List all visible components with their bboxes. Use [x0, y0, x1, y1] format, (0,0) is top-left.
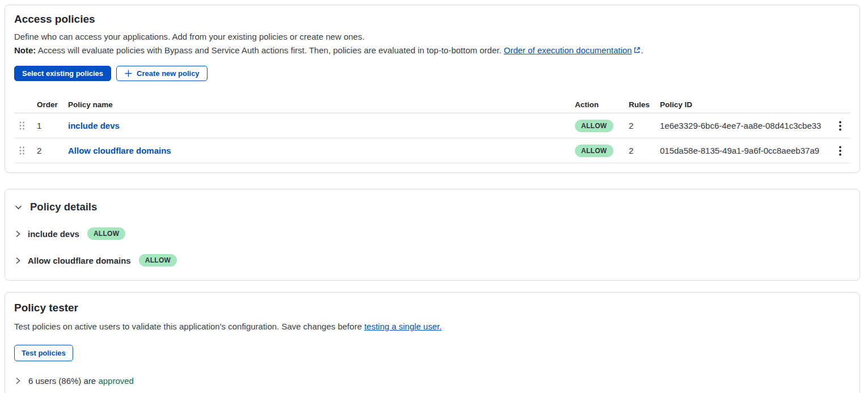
testing-single-user-link[interactable]: testing a single user.	[364, 322, 442, 331]
access-policies-note: Note: Access will evaluate policies with…	[14, 44, 850, 58]
note-label: Note:	[14, 45, 36, 55]
header-policy-name: Policy name	[65, 100, 575, 109]
action-badge: ALLOW	[575, 145, 613, 157]
policy-name-link[interactable]: include devs	[68, 121, 120, 130]
create-new-policy-button[interactable]: Create new policy	[116, 66, 208, 81]
row-order: 1	[33, 121, 65, 130]
policy-detail-name: include devs	[28, 229, 79, 239]
tester-result-approved[interactable]: 6 users (86%) are approved	[14, 376, 850, 386]
row-rules: 2	[623, 121, 660, 130]
row-menu-button[interactable]	[836, 119, 845, 133]
table-row: 2 Allow cloudflare domains ALLOW 2 015da…	[14, 138, 850, 163]
result-text: 6 users (86%) are approved	[28, 376, 134, 386]
select-existing-policies-button[interactable]: Select existing policies	[14, 66, 111, 81]
chevron-right-icon	[14, 377, 22, 384]
tester-description-text: Test policies on active users to validat…	[14, 322, 364, 331]
row-menu-button[interactable]	[836, 143, 845, 158]
policies-table-header: Order Policy name Action Rules Policy ID	[14, 96, 850, 113]
order-of-execution-link[interactable]: Order of execution documentation	[503, 45, 632, 55]
access-policies-title: Access policies	[14, 13, 850, 26]
chevron-right-icon	[14, 257, 22, 264]
header-policy-id: Policy ID	[660, 100, 830, 109]
policy-tester-title: Policy tester	[14, 302, 850, 314]
policy-name-link[interactable]: Allow cloudflare domains	[68, 146, 171, 155]
access-policies-card: Access policies Define who can access yo…	[5, 5, 860, 173]
header-rules: Rules	[623, 100, 660, 109]
note-text: Access will evaluate policies with Bypas…	[36, 45, 503, 55]
policy-tester-card: Policy tester Test policies on active us…	[5, 292, 860, 393]
policy-tester-description: Test policies on active users to validat…	[14, 320, 850, 333]
policy-details-card: Policy details include devs ALLOW Allow …	[5, 189, 860, 281]
result-prefix: 6 users (86%) are	[28, 376, 98, 386]
row-order: 2	[33, 146, 65, 155]
drag-handle-icon[interactable]	[19, 146, 25, 155]
table-row: 1 include devs ALLOW 2 1e6e3329-6bc6-4ee…	[14, 113, 850, 138]
policy-detail-name: Allow cloudflare domains	[28, 256, 131, 265]
policy-detail-item[interactable]: Allow cloudflare domains ALLOW	[14, 254, 850, 267]
policy-details-title: Policy details	[30, 201, 97, 213]
policies-table: Order Policy name Action Rules Policy ID…	[14, 96, 850, 163]
note-suffix: .	[641, 45, 643, 55]
create-new-policy-label: Create new policy	[137, 69, 200, 78]
access-policies-description: Define who can access your applications.…	[14, 30, 850, 44]
policy-details-toggle[interactable]: Policy details	[14, 201, 850, 213]
row-policy-id: 1e6e3329-6bc6-4ee7-aa8e-08d41c3cbe33	[660, 121, 830, 130]
plus-icon	[124, 69, 133, 78]
status-approved: approved	[98, 376, 134, 386]
row-rules: 2	[623, 146, 660, 155]
header-order: Order	[33, 100, 65, 109]
external-link-icon	[633, 44, 641, 58]
drag-handle-icon[interactable]	[19, 121, 25, 130]
action-badge: ALLOW	[87, 227, 126, 240]
header-action: Action	[575, 100, 623, 109]
chevron-down-icon	[14, 203, 23, 212]
access-policies-actions: Select existing policies Create new poli…	[14, 66, 850, 81]
action-badge: ALLOW	[139, 254, 177, 267]
chevron-right-icon	[14, 230, 22, 238]
policy-detail-item[interactable]: include devs ALLOW	[14, 227, 850, 240]
action-badge: ALLOW	[575, 120, 613, 132]
row-policy-id: 015da58e-8135-49a1-9a6f-0cc8aeeb37a9	[660, 146, 830, 155]
test-policies-button[interactable]: Test policies	[14, 345, 73, 361]
